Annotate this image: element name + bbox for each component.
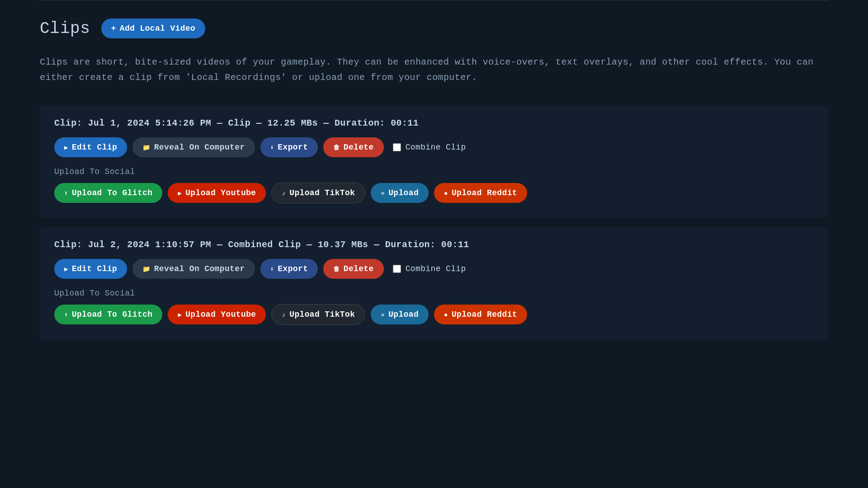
- upload-social-label-1: Upload To Social: [54, 167, 814, 176]
- upload-reddit-button-1[interactable]: Upload Reddit: [434, 183, 527, 203]
- trash-icon-1: [333, 143, 340, 152]
- clip-actions-2: Edit Clip Reveal On Computer Export Dele…: [54, 259, 814, 279]
- clip-label-2: Clip:: [54, 239, 82, 250]
- combine-clip-area-2: Combine Clip: [393, 264, 466, 273]
- combine-clip-label-1: Combine Clip: [406, 143, 466, 152]
- export-button-1[interactable]: Export: [260, 137, 318, 157]
- folder-icon-1: [142, 143, 150, 152]
- youtube-icon-1: [178, 188, 182, 197]
- social-actions-2: Upload To Glitch Upload Youtube Upload T…: [54, 304, 814, 325]
- reddit-icon-1: [444, 188, 448, 197]
- youtube-icon-2: [178, 310, 182, 319]
- trash-icon-2: [333, 264, 340, 273]
- reveal-on-computer-button-1[interactable]: Reveal On Computer: [132, 137, 255, 157]
- reveal-on-computer-button-2[interactable]: Reveal On Computer: [132, 259, 255, 279]
- clip-card-2: Clip: Jul 2, 2024 1:10:57 PM — Combined …: [40, 227, 828, 339]
- upload-youtube-button-1[interactable]: Upload Youtube: [168, 183, 266, 203]
- clip-info-1: Clip: Jul 1, 2024 5:14:26 PM — Clip — 12…: [54, 118, 814, 128]
- tiktok-icon-2: [282, 310, 286, 319]
- clip-card-1: Clip: Jul 1, 2024 5:14:26 PM — Clip — 12…: [40, 105, 828, 218]
- folder-icon-2: [142, 264, 150, 273]
- tiktok-icon-1: [282, 188, 286, 197]
- upload-glitch-button-1[interactable]: Upload To Glitch: [54, 183, 162, 203]
- combine-clip-label-2: Combine Clip: [406, 264, 466, 273]
- description-text: Clips are short, bite-sized videos of yo…: [40, 55, 828, 85]
- delete-button-2[interactable]: Delete: [323, 259, 383, 279]
- upload-x-button-2[interactable]: Upload: [371, 305, 429, 324]
- export-button-2[interactable]: Export: [260, 259, 318, 279]
- clip-detail-2: Jul 2, 2024 1:10:57 PM — Combined Clip —…: [88, 239, 469, 250]
- export-icon-2: [270, 264, 274, 273]
- clip-label-1: Clip:: [54, 118, 82, 128]
- glitch-icon-2: [64, 310, 68, 319]
- social-actions-1: Upload To Glitch Upload Youtube Upload T…: [54, 183, 814, 203]
- upload-youtube-button-2[interactable]: Upload Youtube: [168, 305, 266, 324]
- upload-tiktok-button-2[interactable]: Upload TikTok: [271, 304, 365, 325]
- export-icon-1: [270, 143, 274, 152]
- plus-icon: [111, 24, 116, 33]
- clip-detail-1: Jul 1, 2024 5:14:26 PM — Clip — 12.25 MB…: [88, 118, 419, 128]
- play-icon-1: [64, 143, 68, 152]
- combine-clip-checkbox-2[interactable]: [393, 265, 401, 273]
- upload-glitch-button-2[interactable]: Upload To Glitch: [54, 305, 162, 324]
- clip-actions-1: Edit Clip Reveal On Computer Export Dele…: [54, 137, 814, 157]
- upload-reddit-button-2[interactable]: Upload Reddit: [434, 305, 527, 324]
- main-content: Clips Add Local Video Clips are short, b…: [0, 0, 868, 366]
- x-icon-2: [381, 310, 385, 319]
- upload-x-button-1[interactable]: Upload: [371, 183, 429, 203]
- combine-clip-checkbox-1[interactable]: [393, 143, 401, 151]
- page-header: Clips Add Local Video: [40, 19, 828, 38]
- play-icon-2: [64, 264, 68, 273]
- x-icon-1: [381, 188, 385, 197]
- glitch-icon-1: [64, 188, 68, 197]
- page-title: Clips: [40, 19, 90, 38]
- delete-button-1[interactable]: Delete: [323, 137, 383, 157]
- upload-tiktok-button-1[interactable]: Upload TikTok: [271, 183, 365, 203]
- add-local-video-button[interactable]: Add Local Video: [101, 19, 206, 38]
- reddit-icon-2: [444, 310, 448, 319]
- clip-info-2: Clip: Jul 2, 2024 1:10:57 PM — Combined …: [54, 239, 814, 250]
- combine-clip-area-1: Combine Clip: [393, 143, 466, 152]
- edit-clip-button-2[interactable]: Edit Clip: [54, 259, 127, 279]
- upload-social-label-2: Upload To Social: [54, 289, 814, 298]
- edit-clip-button-1[interactable]: Edit Clip: [54, 137, 127, 157]
